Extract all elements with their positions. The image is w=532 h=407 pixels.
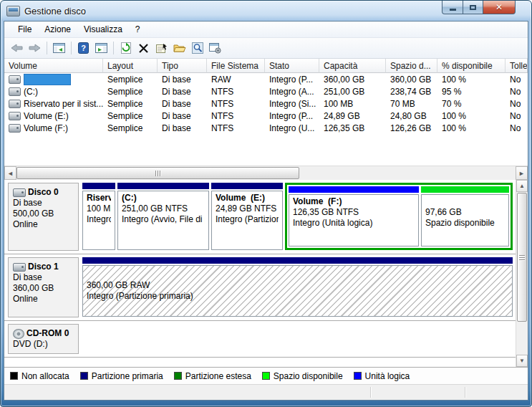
partition-size: 360,00 GB RAW: [87, 280, 508, 291]
close-icon: ✕: [495, 2, 503, 12]
partition-riserva[interactable]: Riserva100 MBIntegro: [82, 183, 115, 250]
disk-info-panel[interactable]: Disco 0Di base500,00 GBOnline: [8, 183, 79, 251]
help-button[interactable]: ?: [75, 40, 92, 56]
column-header-8[interactable]: Toller: [506, 59, 528, 73]
toolbar: ?: [4, 38, 528, 59]
partition-c[interactable]: (C:)251,00 GB NTFSIntegro (Avvio, File d…: [117, 183, 209, 250]
scroll-up-icon[interactable]: ▲: [516, 180, 528, 192]
cell: No: [506, 111, 528, 121]
refresh-button[interactable]: [117, 40, 134, 56]
partition-size: 97,66 GB: [425, 207, 505, 218]
column-header-4[interactable]: Stato: [265, 59, 319, 73]
show-action-pane-button[interactable]: [93, 40, 110, 56]
console-settings-button[interactable]: [207, 40, 223, 56]
forward-button[interactable]: [26, 40, 43, 56]
legend-swatch: [80, 372, 88, 380]
menu-item-file[interactable]: File: [11, 22, 38, 37]
table-row[interactable]: Riservato per il sist...SempliceDi baseN…: [4, 97, 528, 110]
disk-partitions: [82, 324, 513, 353]
volume-icon: [9, 87, 21, 96]
disk-name-label: Disco 1: [28, 262, 59, 272]
minimize-button[interactable]: [442, 1, 463, 14]
graphical-view: Disco 0Di base500,00 GBOnlineRiserva100 …: [4, 180, 528, 367]
column-header-6[interactable]: Spazio d...: [386, 59, 437, 73]
partition-box[interactable]: 360,00 GB RAWIntegro (Partizione primari…: [82, 265, 513, 317]
open-folder-icon: [173, 43, 186, 53]
volume-name: Volume (E:): [24, 111, 69, 121]
scroll-right-icon[interactable]: ►: [516, 166, 528, 180]
disk-info-line: Di base: [13, 198, 74, 209]
column-header-1[interactable]: Layout: [103, 59, 158, 73]
zoom-button[interactable]: [189, 40, 205, 56]
cell: Semplice: [103, 123, 158, 133]
table-row[interactable]: SempliceDi baseRAWIntegro (P...360,00 GB…: [4, 73, 528, 85]
legend-swatch: [262, 372, 270, 380]
back-icon: [11, 44, 23, 52]
partition-color-bar: [289, 186, 419, 193]
volume-name: Volume (F:): [24, 123, 68, 133]
table-row[interactable]: Volume (E:)SempliceDi baseNTFSIntegro (P…: [4, 110, 528, 122]
partition-status: Integro (Partizione primaria): [87, 291, 508, 302]
partition-box[interactable]: (C:)251,00 GB NTFSIntegro (Avvio, File d…: [117, 191, 209, 250]
partition-name: Riserva: [87, 193, 111, 204]
open-folder-button[interactable]: [171, 40, 188, 56]
disk-row-disco-1: Disco 1Di base360,00 GBOnline360,00 GB R…: [4, 254, 516, 321]
partition-color-bar: [211, 183, 283, 189]
cell: 70 MB: [386, 99, 437, 109]
delete-button[interactable]: [135, 40, 152, 56]
vertical-scrollbar[interactable]: ▲ ▼: [516, 180, 528, 367]
refresh-icon: [120, 42, 132, 54]
partition-size: 100 MB: [87, 204, 111, 214]
horizontal-scrollbar-thumb[interactable]: [16, 167, 299, 179]
partition-box[interactable]: Volume (F:)126,35 GB NTFSIntegro (Unità …: [289, 194, 419, 246]
column-header-3[interactable]: File Sistema: [207, 59, 265, 73]
partition-box[interactable]: Volume (E:)24,89 GB NTFSIntegro (Partizi…: [211, 191, 283, 250]
column-header-2[interactable]: Tipo: [158, 59, 207, 73]
cell: 24,89 GB: [319, 111, 386, 121]
disk-info-panel[interactable]: Disco 1Di base360,00 GBOnline: [8, 257, 79, 317]
scroll-left-icon[interactable]: ◄: [4, 166, 16, 180]
back-button[interactable]: [9, 40, 25, 56]
column-header-5[interactable]: Capacità: [319, 59, 386, 73]
cell: Di base: [158, 75, 207, 85]
legend-swatch: [10, 372, 18, 380]
partition-status: Integro: [87, 214, 111, 225]
partition-spazio[interactable]: 97,66 GBSpazio disponibile: [421, 186, 509, 246]
partition-volumee[interactable]: Volume (E:)24,89 GB NTFSIntegro (Partizi…: [211, 183, 283, 250]
menu-item-azione[interactable]: Azione: [38, 22, 77, 37]
window-controls: ✕: [442, 1, 516, 14]
legend-label: Unità logica: [365, 371, 410, 381]
partition-name: (C:): [122, 193, 205, 204]
delete-icon: [139, 44, 148, 53]
maximize-button[interactable]: [463, 1, 483, 14]
partition-integro[interactable]: 360,00 GB RAWIntegro (Partizione primari…: [82, 257, 513, 317]
partition-box[interactable]: Riserva100 MBIntegro: [82, 191, 115, 250]
column-header-0[interactable]: Volume: [4, 59, 103, 73]
cell: NTFS: [207, 111, 265, 121]
cell: No: [506, 87, 528, 97]
show-console-tree-button[interactable]: [51, 40, 67, 56]
cell: RAW: [207, 75, 265, 85]
scroll-down-icon[interactable]: ▼: [516, 355, 528, 367]
disk-name: Disco 1: [13, 262, 74, 272]
horizontal-scrollbar-track[interactable]: [299, 166, 516, 180]
partition-box[interactable]: 97,66 GBSpazio disponibile: [421, 194, 509, 246]
cell: No: [506, 75, 528, 85]
partition-volumef[interactable]: Volume (F:)126,35 GB NTFSIntegro (Unità …: [289, 186, 419, 246]
vertical-scrollbar-thumb[interactable]: [517, 193, 527, 322]
properties-button[interactable]: [153, 40, 170, 56]
svg-text:?: ?: [81, 44, 86, 52]
column-header-7[interactable]: % disponibile: [437, 59, 506, 73]
disk-info-panel[interactable]: CD-ROM 0DVD (D:): [8, 324, 79, 354]
horizontal-scrollbar[interactable]: ◄ ►: [4, 166, 528, 180]
close-button[interactable]: ✕: [483, 1, 516, 14]
table-row[interactable]: Volume (F:)SempliceDi baseNTFSIntegro (U…: [4, 122, 528, 134]
disk-info-line: 360,00 GB: [13, 283, 74, 294]
status-bar: [4, 384, 528, 400]
table-row[interactable]: (C:)SempliceDi baseNTFSIntegro (A...251,…: [4, 85, 528, 97]
volume-list-body: SempliceDi baseRAWIntegro (P...360,00 GB…: [4, 73, 528, 134]
cell: Integro (P...: [265, 75, 319, 85]
menu-item-visualizza[interactable]: Visualizza: [77, 22, 129, 37]
menu-item-?[interactable]: ?: [129, 22, 147, 37]
cell: 100 %: [437, 123, 506, 133]
